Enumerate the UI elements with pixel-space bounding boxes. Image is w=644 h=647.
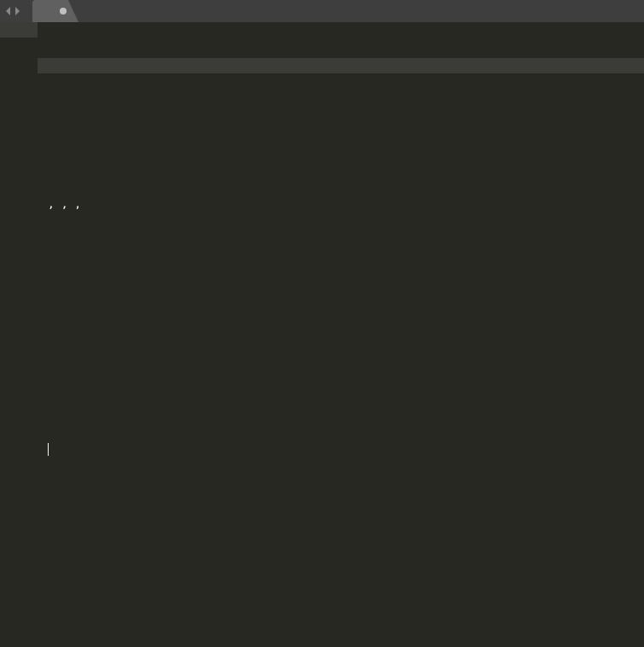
unsaved-indicator-icon: [60, 8, 67, 15]
text-caret: [48, 443, 49, 456]
line-number-gutter: [0, 22, 38, 647]
titlebar: [0, 0, 644, 22]
editor-window: , , ,: [0, 0, 644, 647]
nav-back-icon[interactable]: [5, 7, 12, 15]
nav-arrows: [0, 0, 26, 22]
code-editor[interactable]: , , ,: [0, 22, 644, 647]
file-tab[interactable]: [32, 0, 68, 22]
code-area[interactable]: , , ,: [38, 22, 644, 647]
nav-forward-icon[interactable]: [14, 7, 20, 15]
